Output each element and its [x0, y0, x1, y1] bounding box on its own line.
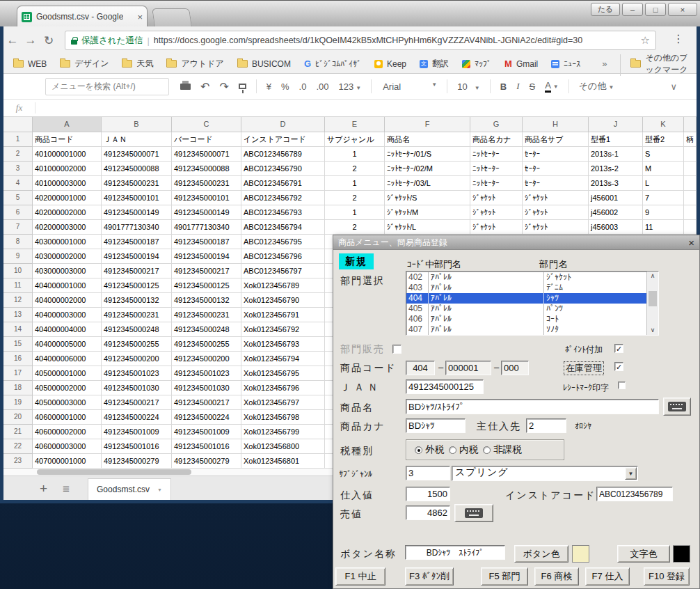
font-select[interactable]: Arial▼	[383, 81, 437, 92]
cell[interactable]: 4912345000149	[102, 205, 172, 220]
undo-icon[interactable]: ↶	[200, 80, 209, 93]
cell[interactable]: 406000003000	[33, 439, 102, 454]
row-header[interactable]: 4	[3, 176, 33, 191]
cell[interactable]: ﾆｯﾄｾｰﾀｰ	[470, 162, 523, 176]
text-color-button[interactable]: 文字色	[617, 545, 670, 563]
cell[interactable]: 9	[643, 205, 684, 220]
cell[interactable]: バーコード	[172, 132, 241, 147]
format-currency-button[interactable]: ¥	[267, 81, 271, 92]
cell[interactable]: 4912345000279	[102, 454, 172, 469]
cell[interactable]: 402000003000	[33, 220, 102, 235]
bookmark-item[interactable]: 天気	[122, 58, 153, 70]
row-header[interactable]: 21	[3, 425, 33, 439]
cell[interactable]: 404000004000	[33, 322, 102, 337]
cell[interactable]: 4912345000101	[102, 191, 172, 205]
instore-code-input[interactable]	[596, 487, 673, 501]
cell[interactable]: 403000003000	[33, 264, 102, 278]
text-color-button[interactable]: A	[545, 81, 551, 93]
row-header[interactable]: 14	[3, 322, 33, 337]
supplier-input[interactable]	[526, 418, 566, 433]
cell[interactable]: 4912345000248	[172, 322, 241, 337]
cell[interactable]: ｼﾞｬｹｯﾄ	[523, 205, 589, 220]
cell[interactable]: 4912345000187	[102, 235, 172, 249]
bookmark-item[interactable]: BUSICOM	[237, 59, 291, 69]
cell[interactable]: 403000001000	[33, 235, 102, 249]
cell[interactable]: 2013s-3	[589, 176, 643, 191]
column-header-G[interactable]: G	[470, 117, 523, 132]
cell[interactable]: 401000002000	[33, 162, 102, 176]
fkey-button-f6[interactable]: F6 商検	[534, 567, 579, 586]
cell[interactable]: Xok0123456799	[241, 425, 325, 439]
cell[interactable]: ｼﾞｬｹｯﾄ	[523, 191, 589, 205]
cell[interactable]: 4912345000217	[102, 395, 172, 410]
cell[interactable]	[684, 147, 697, 162]
increase-decimal-button[interactable]: .00	[316, 81, 328, 92]
other-bookmarks[interactable]: その他のブックマーク	[620, 52, 688, 76]
cell[interactable]: 4912345000231	[102, 176, 172, 191]
stock-checkbox[interactable]: ✓	[614, 362, 623, 371]
cell[interactable]: 商品名サブ	[523, 132, 589, 147]
row-header[interactable]: 9	[3, 249, 33, 264]
cell[interactable]: 404000006000	[33, 352, 102, 366]
browser-menu-icon[interactable]: ⋮	[673, 32, 684, 45]
row-header[interactable]: 2	[3, 147, 33, 162]
format-percent-button[interactable]: %	[281, 81, 289, 92]
cell[interactable]: 4912345000217	[172, 264, 241, 278]
bookmark-item[interactable]: Keep	[374, 59, 406, 69]
fkey-button-f7[interactable]: F7 仕入	[585, 567, 630, 586]
fkey-button-f10[interactable]: F10 登録	[644, 567, 690, 586]
cell[interactable]: ABC0123456790	[241, 162, 325, 176]
cell[interactable]: 4912345000279	[172, 454, 241, 469]
cell[interactable]: 4912345000224	[102, 410, 172, 425]
bold-button[interactable]: B	[500, 81, 507, 92]
cell[interactable]: ｼﾞｬｹｯﾄ/L	[385, 220, 470, 235]
more-menu-button[interactable]: その他▼	[579, 80, 614, 93]
italic-button[interactable]: I	[516, 81, 519, 92]
fkey-button-f5[interactable]: F5 部門	[481, 567, 528, 586]
jan-input[interactable]	[406, 379, 484, 394]
cell[interactable]: Xok0123456797	[241, 395, 325, 410]
tax-radio-option[interactable]: 外税	[415, 443, 444, 456]
reload-icon[interactable]: ↻	[40, 33, 58, 48]
sheet-tab[interactable]: Goodsmst.csv ▼	[88, 478, 171, 500]
cell[interactable]: 401000003000	[33, 176, 102, 191]
scrollbar-thumb[interactable]	[37, 469, 191, 475]
dept-sale-checkbox[interactable]	[392, 345, 401, 354]
row-header[interactable]: 22	[3, 439, 33, 454]
cell[interactable]: 型番1	[589, 132, 643, 147]
cell[interactable]: ｼﾞｬｹｯﾄ	[470, 205, 523, 220]
cell[interactable]: 4912345000187	[172, 235, 241, 249]
cell[interactable]: 2	[325, 162, 385, 176]
cell[interactable]	[684, 191, 697, 205]
tax-radio-option[interactable]: 内税	[449, 443, 478, 456]
cell[interactable]: 401000001000	[33, 147, 102, 162]
cell[interactable]: 7	[643, 191, 684, 205]
bookmark-item[interactable]: MGmail	[504, 58, 538, 69]
cell[interactable]: M	[643, 162, 684, 176]
cell[interactable]: ABC0123456792	[241, 191, 325, 205]
bookmark-item[interactable]: アウトドア	[166, 58, 223, 70]
cell[interactable]: ﾆｯﾄｾｰﾀｰ	[470, 176, 523, 191]
cell[interactable]: 406000002000	[33, 425, 102, 439]
grid-corner[interactable]	[3, 117, 33, 132]
cell[interactable]: 4912345001016	[172, 439, 241, 454]
cell[interactable]: 404000005000	[33, 337, 102, 352]
cell[interactable]: 4912345000132	[102, 293, 172, 308]
cell[interactable]: ｼﾞｬｹｯﾄ	[470, 191, 523, 205]
window-close-button[interactable]: ×	[668, 3, 697, 16]
radio-icon[interactable]	[483, 446, 491, 454]
cell[interactable]: Xok0123456793	[241, 337, 325, 352]
cell[interactable]: 4912345000217	[102, 264, 172, 278]
cell[interactable]: 4912345000101	[172, 191, 241, 205]
combo-dropdown-button[interactable]: ▼	[625, 467, 637, 480]
cell[interactable]: ﾆｯﾄｾｰﾀｰ/03/L	[385, 176, 470, 191]
cell[interactable]: 4901777130340	[102, 220, 172, 235]
cell[interactable]: 4901777130340	[172, 220, 241, 235]
dialog-close-icon[interactable]: ×	[688, 237, 694, 248]
cell[interactable]	[684, 162, 697, 176]
cell[interactable]: ｾｰﾀｰ	[523, 162, 589, 176]
omnibox[interactable]: 保護された通信 | https://docs.google.com/spread…	[65, 31, 656, 50]
cell[interactable]: Xok0123456792	[241, 322, 325, 337]
cell[interactable]: 4912345000071	[102, 147, 172, 162]
cell[interactable]: 柄	[684, 132, 697, 147]
